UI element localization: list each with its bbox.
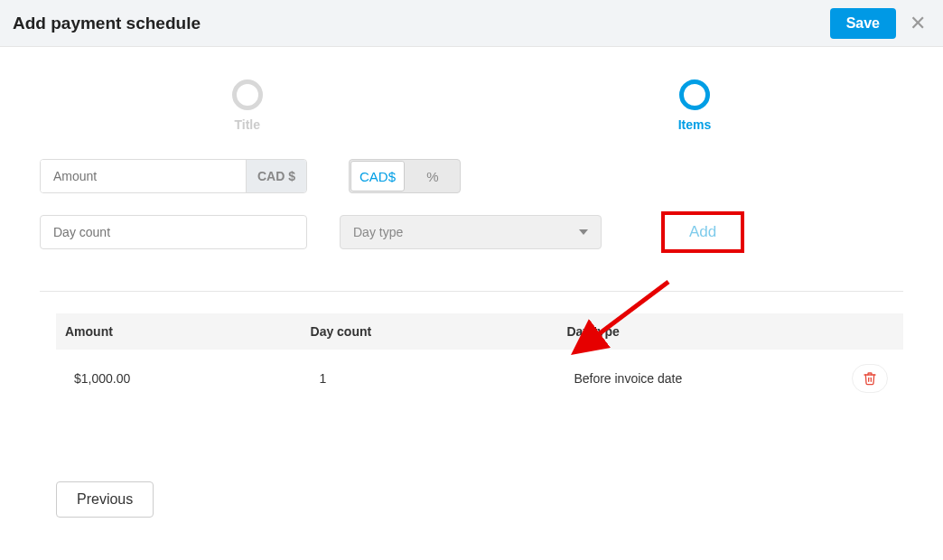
- cell-amount: $1,000.00: [56, 350, 302, 407]
- step-circle-icon: [232, 79, 263, 110]
- chevron-down-icon: [579, 229, 588, 235]
- daytype-select[interactable]: Day type: [340, 215, 602, 249]
- schedule-table: Amount Day count Day type $1,000.00 1 Be…: [56, 313, 903, 407]
- add-button[interactable]: Add: [668, 218, 738, 247]
- toggle-percent-button[interactable]: %: [406, 160, 460, 192]
- table-row: $1,000.00 1 Before invoice date: [56, 350, 903, 407]
- col-header-amount: Amount: [56, 313, 302, 350]
- step-label: Items: [678, 117, 712, 132]
- daycount-input[interactable]: [40, 215, 307, 249]
- row-amount: CAD $ CAD$ %: [40, 159, 903, 193]
- unit-toggle: CAD$ %: [349, 159, 461, 193]
- amount-currency-suffix: CAD $: [246, 160, 306, 192]
- step-title[interactable]: Title: [232, 79, 263, 132]
- previous-button[interactable]: Previous: [56, 481, 154, 518]
- divider: [40, 291, 903, 292]
- content-area: CAD $ CAD$ % Day type Add Amount Day cou…: [0, 159, 943, 518]
- dialog-header: Add payment schedule Save ✕: [0, 0, 943, 47]
- highlight-box: Add: [661, 211, 744, 253]
- cell-daytype: Before invoice date: [557, 350, 836, 407]
- col-header-action: [836, 313, 903, 350]
- amount-field-wrap: CAD $: [40, 159, 307, 193]
- row-daycount: Day type Add: [40, 211, 903, 253]
- close-button[interactable]: ✕: [905, 11, 930, 36]
- stepper: Title Items: [0, 47, 943, 159]
- trash-icon: [863, 371, 877, 386]
- step-circle-icon: [679, 79, 710, 110]
- cell-daycount: 1: [302, 350, 558, 407]
- col-header-daytype: Day type: [557, 313, 836, 350]
- toggle-currency-button[interactable]: CAD$: [350, 161, 405, 191]
- step-items[interactable]: Items: [678, 79, 712, 132]
- close-icon: ✕: [910, 12, 926, 35]
- amount-input[interactable]: [41, 160, 246, 192]
- dialog-title: Add payment schedule: [13, 14, 830, 33]
- daytype-placeholder: Day type: [353, 225, 403, 239]
- col-header-daycount: Day count: [302, 313, 558, 350]
- save-button[interactable]: Save: [830, 8, 896, 39]
- delete-row-button[interactable]: [852, 364, 888, 393]
- step-label: Title: [234, 117, 260, 132]
